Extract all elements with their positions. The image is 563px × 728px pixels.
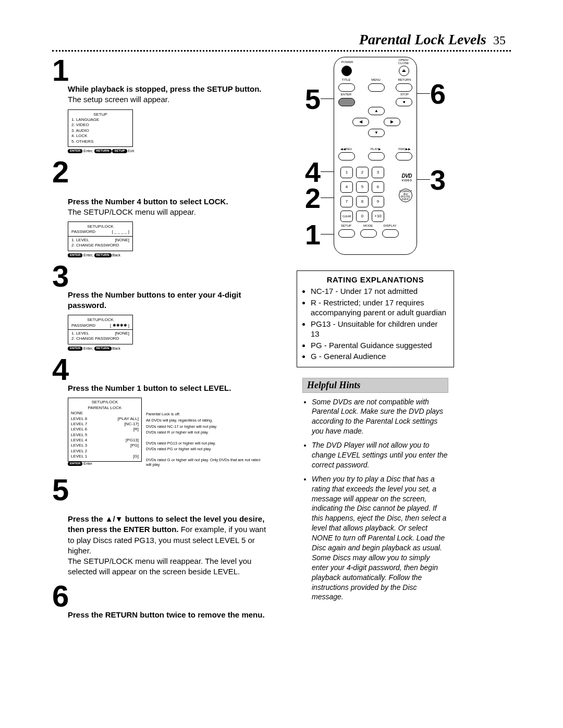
step-4: 4 Press the Number 1 button to select LE… (52, 356, 276, 471)
password-row: PASSWORD[ _ _ _ _ ] (71, 229, 129, 235)
level-8: LEVEL 8[PLAY ALL] (71, 416, 139, 422)
level-none: NONE (71, 411, 139, 416)
lock-row-changepw: 2. CHANGE PASSWORD (71, 243, 129, 248)
note-8: All DVDs will play, regardless of rating… (146, 418, 261, 423)
setup-button (338, 229, 355, 238)
step-4-text: Press the Number 1 button to select LEVE… (68, 383, 276, 393)
num-4-button: 4 (340, 181, 353, 193)
rating-title: RATING EXPLANATIONS (302, 275, 448, 284)
setup-menu-item-2: 2. VIDEO (71, 122, 129, 128)
instructions-column: 1 While playback is stopped, press the S… (52, 57, 276, 625)
header-rule (52, 50, 511, 52)
cd-logo-icon: COMPACT disc DIGITAL AUDIO (399, 189, 412, 202)
parental-lock-osd: SETUP/LOCK PARENTAL LOCK NONE LEVEL 8[PL… (68, 398, 142, 461)
hint-2: The DVD Player will not allow you to cha… (312, 440, 448, 470)
title-label: TITLE (337, 78, 355, 81)
note-1: DVDs rated G or higher will not play. On… (146, 458, 261, 467)
hints-list: Some DVDs are not compatible with Parent… (302, 397, 448, 602)
callout-1: 1 (305, 218, 321, 251)
step-5-text: Press the ▲/▼ buttons to select the leve… (68, 503, 276, 577)
password-row-filled: PASSWORD[ ✱✱✱✱ ] (71, 323, 129, 328)
menu-button (368, 83, 385, 92)
hint-1: Some DVDs are not compatible with Parent… (312, 397, 448, 437)
step-2-bold: Press the Number 4 button to select LOCK… (68, 197, 228, 206)
mode-button (360, 229, 377, 238)
step-1-rest: The setup screen will appear. (68, 95, 169, 104)
display-label: DISPLAY (381, 224, 399, 227)
rating-r: R - Restricted; under 17 requires accomp… (311, 298, 448, 318)
note-6: DVDs rated R or higher will not play. (146, 430, 261, 435)
callout-6: 6 (430, 78, 446, 110)
right-button (384, 118, 400, 126)
setup-menu-title: SETUP (71, 112, 129, 117)
setup-menu-item-5: 5. OTHERS (71, 139, 129, 144)
lock-row-level-2: 1. LEVEL[NONE] (71, 331, 129, 336)
rating-g: G - General Audience (311, 351, 448, 362)
rating-pg13: PG13 - Unsuitable for children under 13 (311, 319, 448, 339)
helpful-hints-box: Helpful Hints Some DVDs are not compatib… (302, 378, 448, 602)
down-button (368, 129, 385, 137)
callout-3: 3 (430, 164, 446, 196)
callout-5: 5 (305, 83, 321, 115)
num-3-button: 3 (372, 167, 384, 178)
step-4-bold: Press the Number 1 button to select LEVE… (68, 384, 231, 392)
level-4: LEVEL 4[PG13] (71, 438, 139, 443)
level-2: LEVEL 2 (71, 449, 139, 454)
lock-menu-title-2: SETUP/LOCK (71, 317, 129, 323)
power-label: POWER (338, 60, 356, 64)
num-5-button: 5 (356, 181, 369, 193)
mode-label: MODE (359, 224, 377, 227)
step-2-text: Press the Number 4 button to select LOCK… (68, 186, 276, 217)
hint-3: When you try to play a Disc that has a r… (312, 474, 448, 602)
lock-row-level: 1. LEVEL[NONE] (71, 238, 129, 243)
dpad (351, 96, 401, 146)
rating-list: NC-17 - Under 17 not admitted R - Restri… (302, 286, 448, 362)
lock-menu-osd-2: SETUP/LOCK PASSWORD[ ✱✱✱✱ ] 1. LEVEL[NON… (68, 315, 133, 344)
step-4-number: 4 (52, 356, 276, 383)
title-button (338, 83, 355, 92)
step-3-text: Press the Number buttons to enter your 4… (68, 290, 276, 311)
step-6: 6 Press the RETURN button twice to remov… (52, 583, 276, 620)
manual-page: Parental Lock Levels 35 1 While playback… (0, 0, 563, 728)
rating-pg: PG - Parental Guidance suggested (311, 340, 448, 351)
sidebar-column: 5 6 4 3 2 1 POWER OPEN/ CLOSE (292, 57, 459, 625)
page-title: Parental Lock Levels (359, 31, 486, 47)
lock-menu-osd-1: SETUP/LOCK PASSWORD[ _ _ _ _ ] 1. LEVEL[… (68, 221, 133, 251)
menu-label: MENU (367, 78, 385, 81)
page-number: 35 (493, 33, 506, 47)
lock-row-changepw-2: 2. CHANGE PASSWORD (71, 336, 129, 341)
enter-label: ENTER (337, 93, 355, 96)
rev-label: ◀◀REV (337, 147, 355, 151)
remote-diagram: 5 6 4 3 2 1 POWER OPEN/ CLOSE (310, 57, 440, 255)
plus10-button: +10 (372, 211, 384, 222)
step-4-caption: ENTER:Enter (68, 462, 142, 466)
note-4: DVDs rated PG13 or higher will not play. (146, 441, 261, 446)
display-button (382, 229, 399, 238)
level-diagram: SETUP/LOCK PARENTAL LOCK NONE LEVEL 8[PL… (68, 398, 276, 471)
step-1-text: While playback is stopped, press the SET… (68, 84, 276, 105)
return-button (396, 83, 412, 92)
stop-label: STOP (396, 93, 413, 96)
step-2-rest: The SETUP/LOCK menu will appear. (68, 207, 196, 216)
step-6-text: Press the RETURN button twice to remove … (68, 610, 276, 620)
step-6-bold: Press the RETURN button twice to remove … (68, 610, 265, 619)
step-3-number: 3 (52, 263, 276, 290)
power-button (341, 66, 352, 76)
num-1-button: 1 (340, 167, 353, 178)
step-5: 5 Press the ▲/▼ buttons to select the le… (52, 476, 276, 577)
step-1-number: 1 (52, 57, 276, 84)
step-6-number: 6 (52, 583, 276, 610)
callout-2: 2 (305, 182, 321, 214)
fwd-button (396, 152, 412, 161)
dvd-logo-icon: DVD VIDEO (401, 173, 412, 182)
num-0-button: 0 (356, 211, 369, 222)
open-close-label: OPEN/ CLOSE (395, 58, 412, 65)
rating-nc17: NC-17 - Under 17 not admitted (311, 286, 448, 297)
level-5: LEVEL 5 (71, 433, 139, 438)
setup-menu-item-3: 3. AUDIO (71, 128, 129, 133)
clear-button: CLEAR (340, 211, 353, 222)
setup-menu-item-1: 1. LANGUAGE (71, 117, 129, 122)
setup-menu-item-4: 4. LOCK (71, 133, 129, 139)
level-1: LEVEL 1[G] (71, 454, 139, 459)
rating-explanations-box: RATING EXPLANATIONS NC-17 - Under 17 not… (297, 270, 454, 367)
